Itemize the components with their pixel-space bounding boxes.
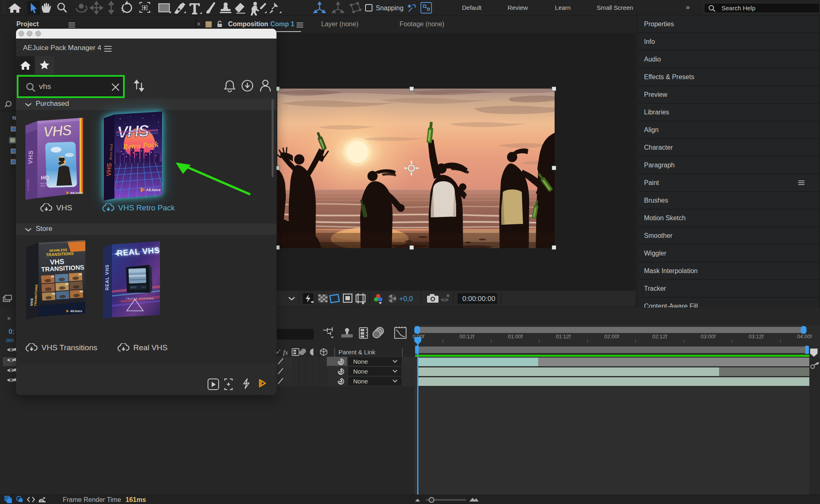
svg-text:HQ: HQ bbox=[41, 174, 49, 181]
svg-text:N: N bbox=[12, 115, 16, 121]
svg-text:VHS: VHS bbox=[116, 121, 150, 141]
svg-text:Parent & Link: Parent & Link bbox=[338, 349, 376, 356]
svg-text:VHS: VHS bbox=[43, 121, 73, 140]
svg-text:+0,0: +0,0 bbox=[399, 295, 413, 303]
svg-text:Snapping: Snapping bbox=[376, 5, 404, 11]
svg-text:AEJuice: AEJuice bbox=[70, 309, 82, 313]
svg-text:VHS: VHS bbox=[105, 162, 113, 176]
svg-text:50% VHS PACK: 50% VHS PACK bbox=[27, 179, 29, 191]
svg-text:AEJuice: AEJuice bbox=[70, 191, 83, 195]
svg-text:fx: fx bbox=[283, 349, 288, 356]
svg-text:TROIKA SYSTEMS: TROIKA SYSTEMS bbox=[126, 297, 154, 300]
svg-text:◄: ◄ bbox=[113, 251, 119, 257]
svg-text:REAL VHS: REAL VHS bbox=[105, 265, 110, 290]
svg-text:►: ► bbox=[155, 247, 160, 253]
svg-text:0:00:00:00: 0:00:00:00 bbox=[462, 295, 495, 303]
svg-text:VHS: VHS bbox=[27, 150, 34, 164]
svg-text:AEJuice: AEJuice bbox=[146, 188, 161, 192]
